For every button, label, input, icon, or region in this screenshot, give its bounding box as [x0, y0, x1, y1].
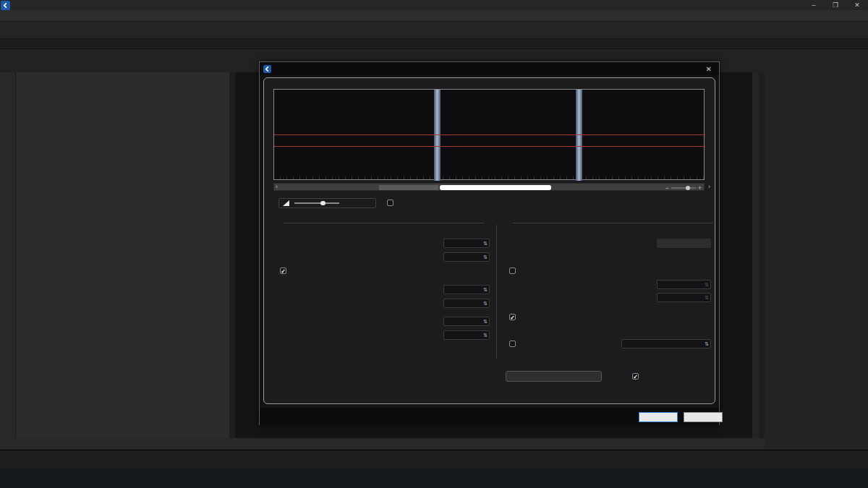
waveform-preview[interactable] — [273, 89, 705, 180]
dialog-panel: ‹ › − + ⇅ ⇅ ✓ ⇅ ⇅ ⇅ ⇅ — [263, 77, 715, 404]
detect-silence-dialog: ✕ ‹ › − + — [259, 61, 720, 425]
zoom-in-icon[interactable]: + — [698, 184, 702, 192]
spinner-icon: ⇅ — [705, 295, 709, 301]
postroll-field[interactable]: ⇅ — [443, 330, 490, 340]
detection-section-header — [278, 223, 484, 223]
preroll-field[interactable]: ⇅ — [443, 317, 490, 326]
waveform-zoom-controls: − + — [665, 184, 702, 192]
threshold-slider-box — [278, 198, 376, 208]
scroll-left-icon[interactable]: ‹ — [276, 183, 278, 191]
spinner-icon[interactable]: ⇅ — [705, 341, 709, 347]
spinner-icon[interactable]: ⇅ — [483, 301, 488, 307]
status-line — [0, 39, 868, 49]
auto-checkbox[interactable]: ✓ — [632, 372, 644, 380]
min-time-open-field[interactable]: ⇅ — [443, 285, 490, 294]
open-threshold-field[interactable]: ⇅ — [443, 239, 490, 248]
waveform-scrollbar[interactable]: ‹ › − + — [273, 183, 705, 191]
dialog-column-divider — [496, 225, 497, 359]
left-edge-strip — [0, 72, 16, 438]
spinner-icon: ⇅ — [705, 282, 709, 288]
windows-taskbar — [0, 468, 868, 488]
spinner-icon[interactable]: ⇅ — [483, 319, 488, 325]
threshold-line-lower — [274, 146, 705, 147]
section-split-bar-1[interactable] — [434, 90, 441, 181]
level-icon — [282, 200, 290, 207]
threshold-slider[interactable] — [294, 202, 339, 204]
min-time-closed-field[interactable]: ⇅ — [443, 299, 490, 308]
scrollbar-thumb[interactable] — [440, 185, 551, 190]
scroll-right-icon[interactable]: › — [708, 183, 710, 191]
dialog-close-icon[interactable]: ✕ — [706, 65, 719, 73]
spinner-icon[interactable]: ⇅ — [483, 333, 488, 338]
vertical-scrollbar[interactable] — [752, 72, 759, 438]
dialog-title-bar: ✕ — [260, 62, 719, 75]
number-of-sections-value — [657, 239, 711, 248]
threshold-line-upper — [274, 134, 705, 135]
waveform-ruler-ticks — [274, 176, 705, 179]
add-as-regions-checkbox[interactable] — [509, 267, 521, 275]
title-bar: – ❐ ✕ — [0, 0, 868, 10]
close-threshold-field[interactable]: ⇅ — [443, 252, 490, 262]
close-button[interactable]: ✕ — [846, 0, 868, 10]
section-split-bar-2[interactable] — [576, 90, 582, 181]
toolbar — [0, 22, 868, 39]
inspector-panel — [16, 72, 85, 438]
strip-silence-checkbox[interactable]: ✓ — [509, 313, 521, 321]
restore-button[interactable]: ❐ — [825, 0, 846, 10]
spinner-icon[interactable]: ⇅ — [483, 254, 488, 260]
minimize-button[interactable]: – — [803, 0, 825, 10]
cubase-app-icon — [1, 1, 10, 10]
menu-bar — [0, 10, 868, 22]
process-button[interactable] — [639, 412, 678, 422]
spinner-icon[interactable]: ⇅ — [483, 241, 488, 247]
spinner-icon[interactable]: ⇅ — [483, 287, 488, 293]
region-name-field[interactable]: ⇅ — [657, 280, 711, 289]
fade-length-field[interactable]: ⇅ — [621, 339, 711, 348]
zoom-out-icon[interactable]: − — [665, 184, 668, 192]
bottom-strip — [0, 438, 765, 450]
apply-fades-checkbox[interactable] — [509, 340, 521, 348]
track-list — [85, 72, 229, 438]
transport-bar — [0, 450, 868, 468]
dialog-button-row — [260, 408, 719, 426]
right-zone — [765, 72, 868, 450]
auto-number-start-field[interactable]: ⇅ — [657, 293, 711, 302]
result-section-header — [507, 223, 713, 223]
zoom-slider[interactable] — [671, 187, 696, 189]
analyze-button[interactable] — [506, 371, 602, 382]
dialog-cubase-icon — [263, 65, 271, 73]
mute-gaps-checkbox[interactable] — [387, 199, 399, 207]
scrollbar-track[interactable] — [379, 185, 438, 190]
linked-checkbox[interactable]: ✓ — [280, 267, 292, 275]
cancel-button[interactable] — [684, 412, 723, 422]
